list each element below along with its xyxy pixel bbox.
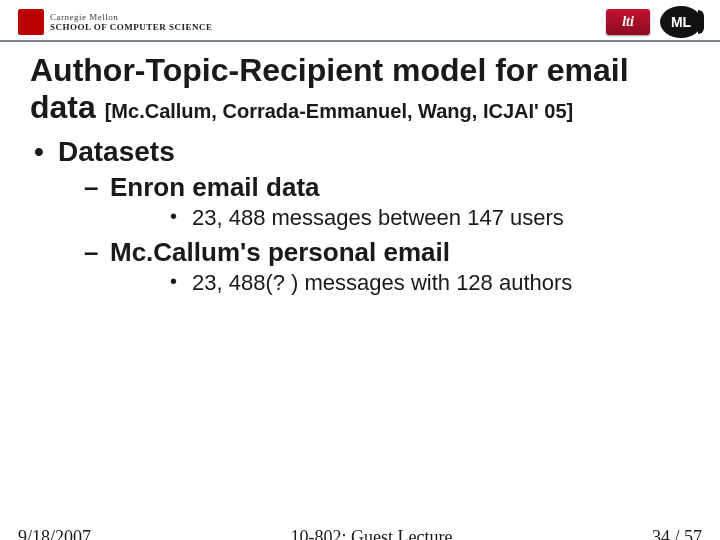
- top-bullet-list: Datasets Enron email data 23, 488 messag…: [30, 136, 690, 296]
- sub-list-enron: 23, 488 messages between 147 users: [110, 205, 690, 231]
- lti-logo-icon: lti: [606, 9, 650, 35]
- school-name: Carnegie Mellon SCHOOL OF COMPUTER SCIEN…: [50, 12, 212, 32]
- sub-list-mccallum: 23, 488(? ) messages with 128 authors: [110, 270, 690, 296]
- title-line2-prefix: data: [30, 89, 96, 125]
- dash-list: Enron email data 23, 488 messages betwee…: [58, 172, 690, 296]
- slide-footer: 9/18/2007 10-802: Guest Lecture 34 / 57: [0, 527, 720, 540]
- title-line1: Author-Topic-Recipient model for email: [30, 52, 629, 88]
- org-line1: Carnegie Mellon: [50, 12, 212, 22]
- dash-mccallum-label: Mc.Callum's personal email: [110, 237, 450, 267]
- footer-date: 9/18/2007: [18, 527, 91, 540]
- bullet-datasets-label: Datasets: [58, 136, 175, 167]
- title-citation: [Mc.Callum, Corrada-Emmanuel, Wang, ICJA…: [105, 100, 574, 122]
- dash-enron-label: Enron email data: [110, 172, 320, 202]
- slide-content: Author-Topic-Recipient model for email d…: [0, 42, 720, 296]
- footer-page: 34 / 57: [652, 527, 702, 540]
- footer-center: 10-802: Guest Lecture: [291, 527, 453, 540]
- slide-header: Carnegie Mellon SCHOOL OF COMPUTER SCIEN…: [0, 0, 720, 40]
- sub-mccallum-detail: 23, 488(? ) messages with 128 authors: [110, 270, 690, 296]
- dash-enron: Enron email data 23, 488 messages betwee…: [58, 172, 690, 231]
- dash-mccallum: Mc.Callum's personal email 23, 488(? ) m…: [58, 237, 690, 296]
- header-left: Carnegie Mellon SCHOOL OF COMPUTER SCIEN…: [18, 9, 212, 35]
- org-line2: SCHOOL OF COMPUTER SCIENCE: [50, 22, 212, 32]
- cmu-logo-icon: [18, 9, 44, 35]
- sub-enron-detail: 23, 488 messages between 147 users: [110, 205, 690, 231]
- bullet-datasets: Datasets Enron email data 23, 488 messag…: [30, 136, 690, 296]
- ml-logo-icon: ML: [660, 6, 702, 38]
- header-right: lti ML: [606, 6, 702, 38]
- slide-title: Author-Topic-Recipient model for email d…: [30, 52, 690, 126]
